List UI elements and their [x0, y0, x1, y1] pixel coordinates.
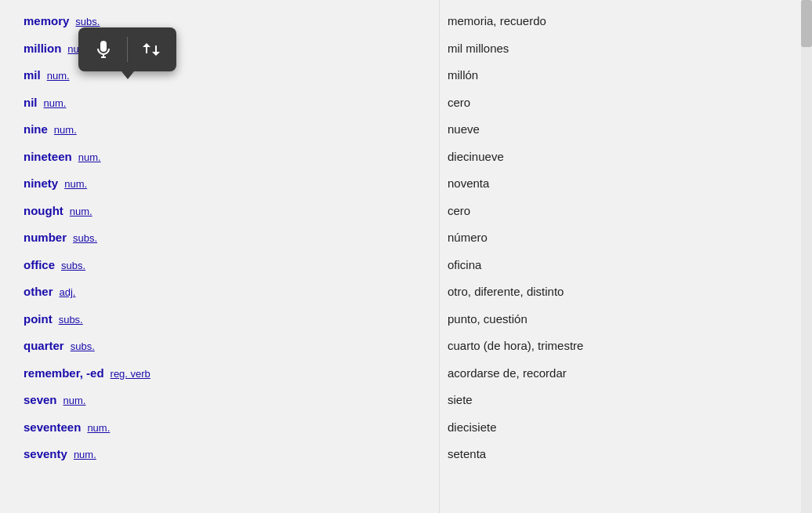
word-office[interactable]: office: [24, 256, 55, 275]
word-seventy[interactable]: seventy: [24, 446, 67, 464]
dict-row-nought: noughtnum.: [24, 198, 423, 225]
translation-nil_t: cero: [448, 89, 784, 117]
tooltip-divider: [127, 37, 128, 62]
dict-row-ninety: ninetynum.: [24, 170, 423, 198]
dict-row-nineteen: nineteennum.: [24, 144, 423, 171]
dict-row-number: numbersubs.: [24, 224, 423, 252]
left-column: memorysubs.millionnum.milnum.nilnum.nine…: [0, 0, 439, 513]
pos-other[interactable]: adj.: [60, 285, 76, 300]
translation-mil_t: millón: [448, 62, 784, 89]
dict-row-other: otheradj.: [24, 278, 423, 306]
translation-seventy_t: setenta: [448, 441, 784, 468]
translation-seven_t: siete: [448, 387, 784, 414]
word-nineteen[interactable]: nineteen: [24, 148, 72, 166]
pos-seventy[interactable]: num.: [74, 447, 96, 463]
word-nought[interactable]: nought: [24, 202, 63, 220]
pos-nineteen[interactable]: num.: [78, 150, 101, 166]
word-million[interactable]: million: [24, 40, 61, 58]
translation-seventeen_t: diecisiete: [448, 414, 784, 442]
word-seventeen[interactable]: seventeen: [24, 419, 81, 437]
translation-ninety_t: noventa: [448, 170, 784, 198]
dict-row-nil: nilnum.: [24, 89, 423, 117]
word-mil[interactable]: mil: [24, 67, 41, 85]
dict-row-seven: sevennum.: [24, 387, 423, 414]
dict-row-remember: remember, -edreg. verb: [24, 360, 423, 387]
mic-button[interactable]: [89, 35, 118, 64]
pos-mil[interactable]: num.: [47, 68, 70, 84]
translation-other_t: otro, diferente, distinto: [448, 278, 784, 306]
dict-row-quarter: quartersubs.: [24, 333, 423, 360]
word-memory[interactable]: memory: [24, 13, 69, 31]
translation-remember_t: acordarse de, recordar: [448, 360, 784, 387]
word-remember[interactable]: remember, -ed: [24, 365, 104, 383]
dict-row-office: officesubs.: [24, 252, 423, 279]
word-number[interactable]: number: [24, 229, 67, 247]
dict-row-point: pointsubs.: [24, 306, 423, 333]
tooltip-popup: [78, 27, 176, 71]
translation-office_t: oficina: [448, 252, 784, 279]
word-quarter[interactable]: quarter: [24, 337, 64, 355]
translation-number_t: número: [448, 224, 784, 252]
pos-nine[interactable]: num.: [54, 122, 77, 138]
page-container: memorysubs.millionnum.milnum.nilnum.nine…: [0, 0, 812, 513]
pos-remember[interactable]: reg. verb: [111, 366, 150, 382]
translation-quarter_t: cuarto (de hora), trimestre: [448, 333, 784, 360]
word-other[interactable]: other: [24, 283, 53, 301]
right-column: memoria, recuerdomil millonesmillónceron…: [439, 0, 799, 513]
scrollbar[interactable]: [801, 0, 812, 513]
word-point[interactable]: point: [24, 311, 53, 329]
pos-number[interactable]: subs.: [73, 231, 97, 246]
swap-button[interactable]: [137, 35, 165, 64]
translation-nought_t: cero: [448, 198, 784, 225]
pos-nought[interactable]: num.: [70, 204, 92, 220]
pos-seven[interactable]: num.: [63, 393, 86, 409]
word-nine[interactable]: nine: [24, 121, 48, 139]
dict-row-nine: ninenum.: [24, 116, 423, 144]
dict-row-seventy: seventynum.: [24, 441, 423, 468]
translation-nine_t: nueve: [448, 116, 784, 144]
pos-ninety[interactable]: num.: [64, 176, 87, 192]
pos-point[interactable]: subs.: [59, 312, 83, 328]
word-seven[interactable]: seven: [24, 391, 57, 409]
pos-nil[interactable]: num.: [44, 96, 67, 111]
translation-point_t: punto, cuestión: [448, 306, 784, 333]
scrollbar-thumb[interactable]: [801, 0, 812, 47]
dict-row-seventeen: seventeennum.: [24, 414, 423, 442]
word-nil[interactable]: nil: [24, 94, 38, 112]
pos-quarter[interactable]: subs.: [71, 339, 95, 355]
translation-memory_t: memoria, recuerdo: [448, 8, 784, 35]
pos-seventeen[interactable]: num.: [87, 420, 110, 436]
translation-nineteen_t: diecinueve: [448, 144, 784, 171]
word-ninety[interactable]: ninety: [24, 175, 58, 193]
pos-office[interactable]: subs.: [61, 258, 85, 274]
translation-million_t: mil millones: [448, 35, 784, 63]
